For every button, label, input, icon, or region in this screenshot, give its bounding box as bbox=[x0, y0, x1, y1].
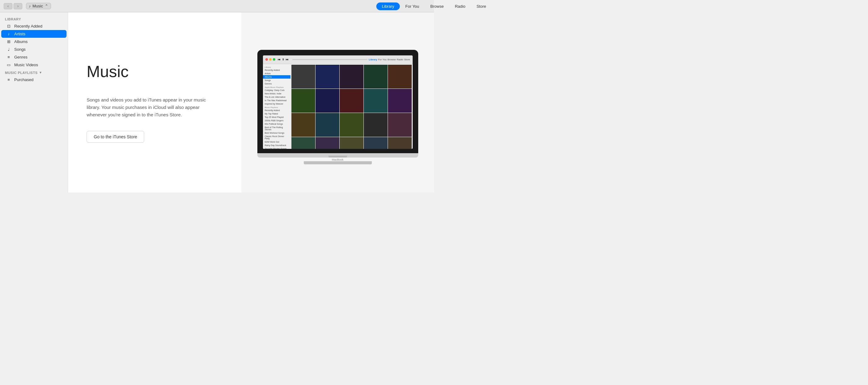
mini-pl-recently-added: Recently Added bbox=[263, 109, 290, 112]
macbook-screen: ⏮ ⏸ ⏭ Library For You Browse Radio bbox=[263, 55, 413, 149]
playlists-section-header[interactable]: Music Playlists ▾ bbox=[0, 69, 68, 76]
macbook-base bbox=[257, 153, 418, 157]
mini-album-20 bbox=[388, 137, 412, 149]
sidebar-label-songs: Songs bbox=[14, 47, 26, 52]
mini-body: Library Recently Added Artists Albums So… bbox=[263, 64, 413, 149]
app-name: Music bbox=[32, 4, 43, 8]
empty-state: Music Songs and videos you add to iTunes… bbox=[68, 12, 241, 192]
mini-album-11 bbox=[291, 113, 315, 137]
mini-library-section: Library bbox=[263, 65, 290, 68]
mini-pl-glam: 60s Political Songs bbox=[263, 122, 290, 126]
mini-nav-store: Store bbox=[404, 58, 410, 61]
mini-album-7 bbox=[315, 89, 339, 113]
mini-album-19 bbox=[364, 137, 388, 149]
nav-for-you[interactable]: For You bbox=[400, 2, 425, 10]
nav-browse[interactable]: Browse bbox=[425, 2, 434, 10]
empty-title: Music bbox=[87, 62, 223, 81]
mini-dot-green bbox=[273, 58, 275, 61]
playlists-label: Music Playlists bbox=[5, 71, 38, 75]
mini-pl-rnb: 2000s R&B Singers bbox=[263, 119, 290, 122]
purchased-icon: ≡ bbox=[6, 78, 11, 82]
mini-nav-radio: Radio bbox=[397, 58, 403, 61]
empty-description: Songs and videos you add to iTunes appea… bbox=[87, 96, 210, 119]
macbook-area: ⏮ ⏸ ⏭ Library For You Browse Radio bbox=[241, 12, 434, 192]
mini-album-12 bbox=[315, 113, 339, 137]
mini-sidebar: Library Recently Added Artists Albums So… bbox=[263, 64, 291, 149]
mini-album-13 bbox=[340, 113, 364, 137]
songs-icon: ♩ bbox=[6, 47, 11, 52]
mini-album-1 bbox=[291, 65, 315, 89]
mini-new-artists: New Artists: Indie bbox=[263, 92, 290, 95]
sidebar-label-genres: Genres bbox=[14, 55, 28, 59]
mini-album-17 bbox=[315, 137, 339, 149]
mini-album-9 bbox=[364, 89, 388, 113]
mini-pl-rainy: Rainy Day Soundtrack bbox=[263, 144, 290, 147]
mini-a-list: The A List: Alternative bbox=[263, 95, 290, 99]
sidebar-item-recently-added[interactable]: ⊡ Recently Added bbox=[1, 22, 66, 30]
mini-pl-rolling: Best of The Rolling Stones bbox=[263, 126, 290, 131]
mini-pl-top25: Top 25 Most Played bbox=[263, 115, 290, 119]
top-nav: Library For You Browse Radio Store bbox=[376, 2, 434, 10]
sidebar-label-albums: Albums bbox=[14, 39, 28, 44]
back-button[interactable]: ‹ bbox=[4, 3, 12, 9]
mini-prev-icon: ⏮ bbox=[278, 58, 281, 61]
titlebar: ‹ › ♪ Music ⌃ Library For You Browse Rad… bbox=[0, 0, 434, 12]
nav-buttons: ‹ › bbox=[4, 3, 22, 9]
mini-dot-red bbox=[266, 58, 268, 61]
mini-nav-library: Library bbox=[369, 58, 377, 61]
music-videos-icon: ▭ bbox=[6, 62, 11, 67]
mini-music-playlists-section: Music Playlists bbox=[263, 106, 290, 109]
mini-album-16 bbox=[291, 137, 315, 149]
mini-titlebar: ⏮ ⏸ ⏭ Library For You Browse Radio bbox=[263, 55, 413, 64]
mini-weezer: Inspired by Weezer bbox=[263, 102, 290, 106]
mini-songs: Songs bbox=[263, 79, 290, 82]
sidebar-item-genres[interactable]: ≡ Genres bbox=[1, 53, 66, 61]
mini-recently-added: Recently Added bbox=[263, 68, 290, 72]
mini-pl-top-rated: My Top Rated bbox=[263, 112, 290, 115]
macbook-stand bbox=[304, 161, 372, 164]
genres-icon: ≡ bbox=[6, 55, 11, 59]
sidebar-item-songs[interactable]: ♩ Songs bbox=[1, 46, 66, 53]
sidebar-label-recently-added: Recently Added bbox=[14, 24, 42, 28]
library-section-label: Library bbox=[0, 16, 68, 22]
sidebar-item-purchased[interactable]: ≡ Purchased bbox=[1, 76, 66, 84]
mini-album-14 bbox=[364, 113, 388, 137]
mini-dot-yellow bbox=[269, 58, 272, 61]
nav-library[interactable]: Library bbox=[376, 2, 400, 10]
app-selector[interactable]: ♪ Music ⌃ bbox=[26, 3, 51, 9]
mini-genres: Genres bbox=[263, 82, 290, 85]
forward-button[interactable]: › bbox=[13, 3, 22, 9]
main-layout: Library ⊡ Recently Added ♪ Artists ⊞ Alb… bbox=[0, 12, 434, 192]
sidebar-item-artists[interactable]: ♪ Artists bbox=[1, 30, 66, 38]
mini-album-8 bbox=[340, 89, 364, 113]
recently-added-icon: ⊡ bbox=[6, 24, 11, 28]
macbook-illustration: ⏮ ⏸ ⏭ Library For You Browse Radio bbox=[257, 50, 418, 165]
mini-pl-dinner: Classic Rock Dinner Party bbox=[263, 135, 290, 140]
mini-progress-bar bbox=[292, 59, 368, 60]
mini-album-3 bbox=[340, 65, 364, 89]
mini-artists: Artists bbox=[263, 72, 290, 75]
sidebar-label-music-videos: Music Videos bbox=[14, 62, 38, 67]
mini-album-10 bbox=[388, 89, 412, 113]
sidebar-item-albums[interactable]: ⊞ Albums bbox=[1, 38, 66, 46]
collapse-icon: ▾ bbox=[40, 70, 42, 75]
mini-album-18 bbox=[340, 137, 364, 149]
mini-album-6 bbox=[291, 89, 315, 113]
macbook-label: MacBook bbox=[257, 158, 418, 161]
mini-window-dots bbox=[266, 58, 275, 61]
mini-album-2 bbox=[315, 65, 339, 89]
itunes-store-button[interactable]: Go to the iTunes Store bbox=[87, 131, 144, 143]
mini-nav: Library For You Browse Radio Store bbox=[369, 58, 410, 61]
macbook-body: ⏮ ⏸ ⏭ Library For You Browse Radio bbox=[257, 50, 418, 153]
sidebar-label-artists: Artists bbox=[14, 32, 25, 36]
artists-icon: ♪ bbox=[6, 32, 11, 36]
mini-nav-browse: Browse bbox=[388, 58, 396, 61]
mini-play-icon: ⏸ bbox=[282, 58, 285, 61]
sidebar-item-music-videos[interactable]: ▭ Music Videos bbox=[1, 61, 66, 69]
music-note-icon: ♪ bbox=[29, 4, 31, 8]
mini-apple-playlists-section: Apple Music Playlists bbox=[263, 85, 290, 89]
mini-album-15 bbox=[388, 113, 412, 137]
mini-controls: ⏮ ⏸ ⏭ bbox=[278, 58, 289, 61]
dropdown-icon: ⌃ bbox=[45, 4, 48, 8]
content-area: Music Songs and videos you add to iTunes… bbox=[68, 12, 434, 192]
